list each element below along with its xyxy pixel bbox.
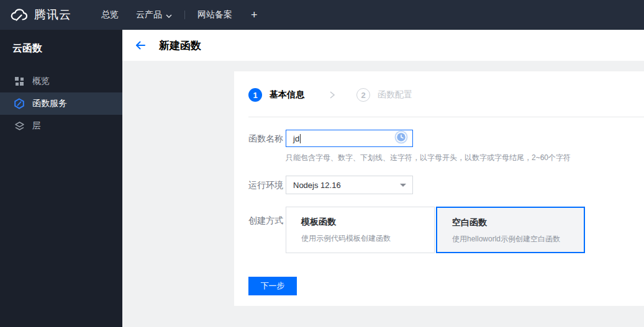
sidebar-item-label: 函数服务 [32,98,67,109]
topnav-item-overview[interactable]: 总览 [93,0,127,30]
cloud-logo-icon [10,8,29,22]
next-step-button[interactable]: 下一步 [248,277,297,295]
grid-icon [14,76,25,87]
layers-icon [14,120,25,132]
topnav-label: 云产品 [136,9,162,20]
sidebar-item-overview[interactable]: 概览 [0,70,122,92]
back-button[interactable] [134,39,147,52]
form-row-function-name: 函数名称 jd 只能包含字母、数字、下划线、连字符，以字母开头，以数字或字母结尾… [248,130,644,163]
add-tab-button[interactable]: + [241,0,268,30]
creation-method-label: 创建方式 [248,207,286,253]
topnav-label: 总览 [101,9,119,20]
card-template-function[interactable]: 模板函数 使用示例代码模板创建函数 [286,207,435,253]
tencent-cloud-logo[interactable]: 腾讯云 [10,7,71,23]
function-name-label: 函数名称 [248,130,286,163]
creation-method-cards: 模板函数 使用示例代码模板创建函数 空白函数 使用helloworld示例创建空… [286,207,585,253]
create-function-panel: 1 基本信息 2 函数配置 函数名称 jd [234,71,644,306]
topnav-item-cloud-products[interactable]: 云产品 [127,0,181,30]
form-row-runtime: 运行环境 Nodejs 12.16 [248,176,644,194]
function-name-input[interactable]: jd [286,130,413,147]
steps-divider [248,117,644,117]
card-title: 空白函数 [452,217,584,228]
sidebar-item-label: 层 [32,120,41,132]
chevron-down-icon [166,10,172,20]
sidebar-title: 云函数 [0,30,122,70]
form-row-creation-method: 创建方式 模板函数 使用示例代码模板创建函数 空白函数 使用helloworld… [248,207,644,253]
topbar: 腾讯云 总览 云产品 网站备案 + [0,0,644,30]
step-chevron-icon [328,90,337,100]
card-description: 使用helloworld示例创建空白函数 [452,234,584,244]
page-title: 新建函数 [159,38,201,53]
runtime-selected-value: Nodejs 12.16 [293,181,341,190]
select-caret-icon [400,184,406,187]
step-2-circle: 2 [356,88,370,102]
arrow-left-icon [135,40,146,50]
card-blank-function[interactable]: 空白函数 使用helloworld示例创建空白函数 [436,207,585,253]
scf-hexagon-icon [14,98,25,109]
topnav-divider [184,11,185,19]
brand-name: 腾讯云 [34,7,71,23]
function-name-helper: 只能包含字母、数字、下划线、连字符，以字母开头，以数字或字母结尾，2~60个字符 [286,153,571,163]
page-header: 新建函数 [122,30,644,61]
sidebar-item-layers[interactable]: 层 [0,115,122,137]
card-description: 使用示例代码模板创建函数 [301,233,434,244]
topnav-item-icp-filing[interactable]: 网站备案 [189,0,241,30]
sidebar-item-function-service[interactable]: 函数服务 [0,92,122,115]
step-1-label: 基本信息 [270,89,304,101]
sidebar: 云函数 概览 函数服务 层 [0,30,122,327]
topnav: 总览 云产品 网站备案 + [93,0,268,30]
card-title: 模板函数 [301,217,434,228]
content-area: 1 基本信息 2 函数配置 函数名称 jd [122,61,644,327]
step-2: 2 函数配置 [356,88,412,102]
runtime-label: 运行环境 [248,176,286,194]
function-name-value: jd [293,134,299,143]
step-indicator: 1 基本信息 2 函数配置 [248,71,644,102]
step-1-circle: 1 [248,88,262,102]
clock-icon [394,130,408,146]
step-2-label: 函数配置 [378,89,412,101]
topnav-label: 网站备案 [197,9,232,20]
runtime-select[interactable]: Nodejs 12.16 [286,176,413,194]
text-cursor [300,134,301,143]
sidebar-item-label: 概览 [32,76,50,87]
